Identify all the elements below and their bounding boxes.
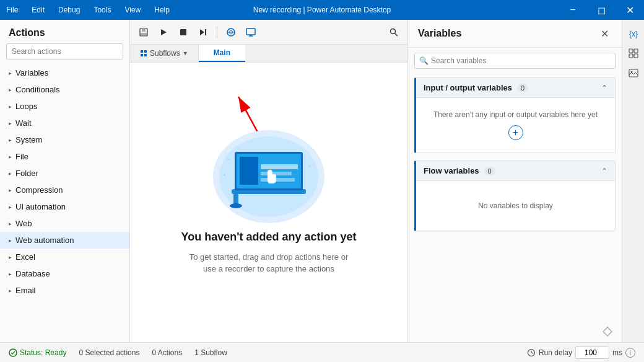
action-item-conditionals[interactable]: ▸ Conditionals (0, 81, 129, 98)
close-button[interactable]: ✕ (616, 0, 644, 20)
delay-unit: ms (612, 348, 622, 357)
svg-text:✦: ✦ (222, 172, 227, 178)
flow-variables-section: Flow variables 0 ⌃ No variables to displ… (414, 161, 616, 231)
toolbar-separator-1 (217, 26, 217, 38)
chevron-right-icon: ▸ (9, 254, 12, 260)
svg-rect-35 (629, 49, 633, 53)
maximize-button[interactable]: ◻ (587, 0, 616, 20)
input-output-section: Input / output variables 0 ⌃ There aren'… (414, 77, 616, 153)
tabs-bar: Subflows ▼ Main (130, 45, 407, 63)
variables-title: Variables (418, 28, 461, 39)
svg-rect-25 (261, 164, 298, 169)
search-actions-input[interactable] (6, 43, 123, 60)
canvas-area[interactable]: + + ✦ ✦ You haven't added any action yet… (130, 63, 407, 342)
action-item-folder[interactable]: ▸ Folder (0, 165, 129, 182)
action-item-web[interactable]: ▸ Web (0, 215, 129, 232)
stop-button[interactable] (175, 24, 192, 41)
subflow-count-status: 1 Subflow (194, 348, 227, 357)
variables-close-button[interactable]: ✕ (597, 26, 612, 41)
flow-variables-count: 0 (484, 167, 495, 175)
empty-illustration: + + ✦ ✦ (213, 130, 324, 223)
svg-point-12 (391, 29, 396, 33)
svg-rect-9 (246, 29, 255, 35)
variables-sidebar-button[interactable]: {x} (625, 25, 642, 42)
run-delay-section: Run delay ms i (527, 347, 635, 359)
images-button[interactable] (625, 64, 642, 82)
variables-search-input[interactable] (414, 53, 616, 69)
run-delay-input[interactable] (575, 347, 609, 359)
svg-rect-17 (144, 54, 147, 56)
action-item-database[interactable]: ▸ Database (0, 265, 129, 282)
ui-elements-button[interactable] (625, 45, 642, 62)
input-output-section-header[interactable]: Input / output variables 0 ⌃ (416, 78, 615, 98)
svg-line-13 (395, 33, 398, 36)
menu-edit[interactable]: Edit (25, 3, 51, 17)
action-item-wait[interactable]: ▸ Wait (0, 115, 129, 131)
variables-search-wrap: 🔍 (414, 53, 616, 69)
chevron-right-icon: ▸ (9, 137, 12, 143)
menu-view[interactable]: View (118, 3, 147, 17)
run-delay-label: Run delay (539, 348, 572, 357)
menu-help[interactable]: Help (148, 3, 176, 17)
title-bar: File Edit Debug Tools View Help New reco… (0, 0, 644, 20)
status-check-icon (9, 348, 17, 357)
selected-actions-status: 0 Selected actions (79, 348, 139, 357)
input-output-count: 0 (517, 84, 528, 92)
web-recorder-button[interactable] (222, 24, 240, 41)
menu-file[interactable]: File (0, 3, 24, 17)
svg-rect-15 (144, 50, 147, 53)
action-item-email[interactable]: ▸ Email (0, 282, 129, 299)
chevron-right-icon: ▸ (9, 237, 12, 244)
svg-rect-24 (240, 157, 258, 185)
chevron-right-icon: ▸ (9, 271, 12, 277)
desktop-recorder-button[interactable] (242, 24, 259, 41)
actions-header: Actions (0, 20, 129, 43)
app-body: Actions ▸ Variables ▸ Conditionals ▸ Loo… (0, 20, 644, 342)
svg-rect-37 (629, 54, 633, 58)
menu-tools[interactable]: Tools (87, 3, 117, 17)
input-output-body: There aren't any input or output variabl… (416, 98, 615, 152)
svg-text:{x}: {x} (629, 30, 638, 38)
action-item-web-automation[interactable]: ▸ Web automation (0, 232, 129, 249)
window-controls: − ◻ ✕ (559, 0, 644, 20)
svg-rect-38 (634, 54, 638, 58)
step-button[interactable] (194, 24, 212, 41)
chevron-right-icon: ▸ (9, 187, 12, 193)
menu-debug[interactable]: Debug (52, 3, 86, 17)
add-variable-button[interactable]: + (508, 125, 523, 140)
action-item-ui-automation[interactable]: ▸ UI automation (0, 198, 129, 215)
clock-icon (527, 348, 536, 357)
action-item-excel[interactable]: ▸ Excel (0, 249, 129, 265)
center-panel: Subflows ▼ Main (130, 20, 408, 342)
action-item-system[interactable]: ▸ System (0, 131, 129, 148)
svg-rect-2 (141, 33, 147, 35)
svg-rect-14 (141, 50, 143, 53)
save-button[interactable] (135, 24, 152, 41)
variables-header: Variables ✕ (408, 20, 622, 48)
toolbar (130, 20, 407, 45)
empty-state: + + ✦ ✦ You haven't added any action yet… (181, 130, 356, 275)
action-item-compression[interactable]: ▸ Compression (0, 182, 129, 198)
svg-rect-36 (634, 49, 638, 53)
run-delay-info-button[interactable]: i (625, 348, 635, 358)
svg-rect-6 (205, 29, 206, 35)
chevron-right-icon: ▸ (9, 288, 12, 294)
action-item-variables[interactable]: ▸ Variables (0, 64, 129, 81)
tab-subflows[interactable]: Subflows ▼ (130, 45, 199, 62)
collapse-icon: ⌃ (601, 84, 607, 92)
input-output-empty-text: There aren't any input or output variabl… (433, 110, 598, 119)
search-toolbar-button[interactable] (385, 24, 402, 41)
play-button[interactable] (155, 24, 172, 41)
chevron-right-icon: ▸ (9, 120, 12, 126)
variables-panel: Variables ✕ 🔍 Input / output variables 0… (408, 20, 622, 342)
action-item-loops[interactable]: ▸ Loops (0, 98, 129, 115)
tab-main[interactable]: Main (199, 45, 245, 62)
action-item-file[interactable]: ▸ File (0, 148, 129, 165)
minimize-button[interactable]: − (559, 0, 587, 20)
menu-bar: File Edit Debug Tools View Help (0, 3, 176, 17)
status-ready: Status: Ready (9, 348, 66, 357)
svg-marker-3 (161, 29, 167, 35)
flow-variables-header[interactable]: Flow variables 0 ⌃ (416, 161, 615, 181)
svg-rect-1 (142, 29, 146, 32)
flow-variables-body: No variables to display (416, 181, 615, 231)
